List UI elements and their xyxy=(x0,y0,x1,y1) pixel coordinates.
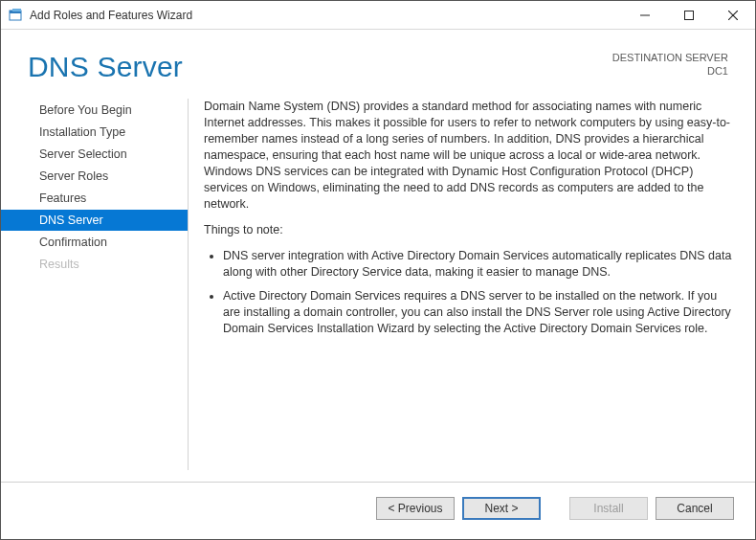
destination-server-label: DESTINATION SERVER xyxy=(612,51,728,64)
maximize-button[interactable] xyxy=(667,1,711,30)
next-button[interactable]: Next > xyxy=(462,497,541,520)
title-bar: Add Roles and Features Wizard xyxy=(1,1,755,30)
page-title: DNS Server xyxy=(28,51,183,83)
nav-features[interactable]: Features xyxy=(1,188,188,209)
wizard-footer: < Previous Next > Install Cancel xyxy=(1,482,755,533)
svg-rect-4 xyxy=(685,11,694,19)
note-item: Active Directory Domain Services require… xyxy=(223,288,736,337)
nav-results: Results xyxy=(1,254,188,275)
wizard-nav: Before You Begin Installation Type Serve… xyxy=(1,89,188,482)
nav-dns-server[interactable]: DNS Server xyxy=(1,210,188,231)
intro-text: Domain Name System (DNS) provides a stan… xyxy=(204,99,736,213)
svg-rect-2 xyxy=(12,9,21,11)
destination-server-name: DC1 xyxy=(612,64,728,78)
nav-confirmation[interactable]: Confirmation xyxy=(1,232,188,253)
window-title: Add Roles and Features Wizard xyxy=(30,9,192,22)
app-icon xyxy=(9,8,24,23)
things-to-note-label: Things to note: xyxy=(204,222,736,238)
nav-server-roles[interactable]: Server Roles xyxy=(1,166,188,187)
nav-installation-type[interactable]: Installation Type xyxy=(1,122,188,143)
destination-server-block: DESTINATION SERVER DC1 xyxy=(612,51,728,78)
wizard-content: Domain Name System (DNS) provides a stan… xyxy=(189,89,755,482)
install-button: Install xyxy=(569,497,648,520)
nav-before-you-begin[interactable]: Before You Begin xyxy=(1,100,188,121)
close-button[interactable] xyxy=(711,1,755,30)
note-item: DNS server integration with Active Direc… xyxy=(223,248,736,281)
cancel-button[interactable]: Cancel xyxy=(656,497,734,520)
wizard-body: Before You Begin Installation Type Serve… xyxy=(1,89,755,482)
notes-list: DNS server integration with Active Direc… xyxy=(211,248,736,337)
nav-server-selection[interactable]: Server Selection xyxy=(1,144,188,165)
wizard-header: DNS Server DESTINATION SERVER DC1 xyxy=(1,30,755,89)
previous-button[interactable]: < Previous xyxy=(376,497,455,520)
minimize-button[interactable] xyxy=(623,1,667,30)
